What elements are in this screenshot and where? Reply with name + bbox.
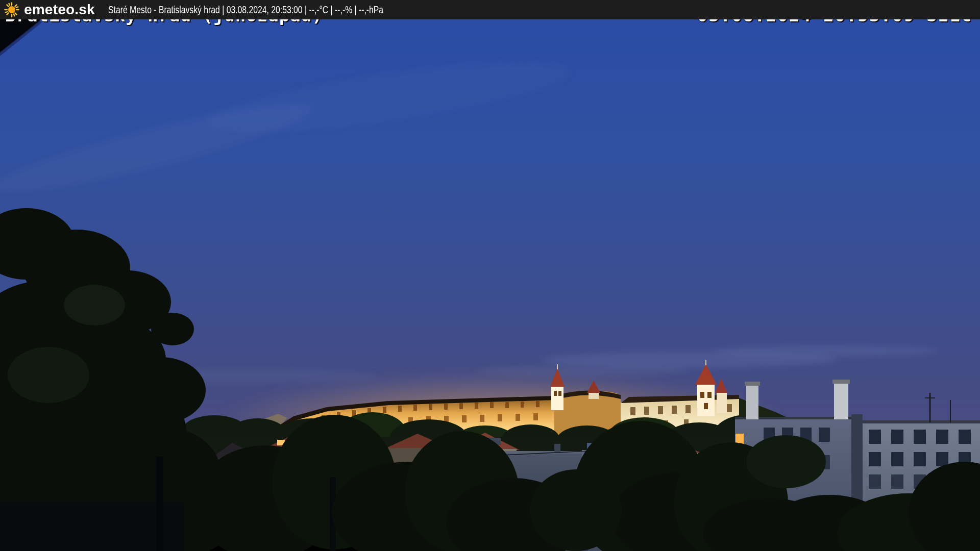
site-logo[interactable]: emeteo.sk (4, 2, 95, 18)
station-info: Staré Mesto - Bratislavský hrad | 03.08.… (108, 4, 383, 16)
header-bar: emeteo.sk Staré Mesto - Bratislavský hra… (0, 0, 980, 19)
logo-text: emeteo.sk (24, 2, 95, 18)
sun-icon (4, 2, 19, 17)
webcam-image[interactable] (0, 0, 980, 551)
